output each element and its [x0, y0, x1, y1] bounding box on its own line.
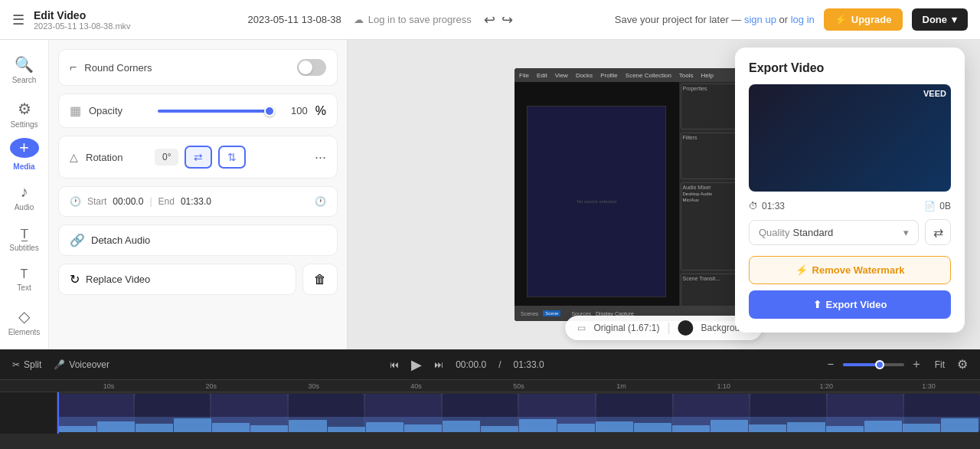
menu-icon[interactable]: ☰ [12, 11, 24, 28]
main-content: 🔍 Search ⚙ Settings + Media ♪ Audio T̲ S… [0, 40, 980, 349]
ruler-mark-10s: 10s [57, 382, 160, 390]
wbar-17 [672, 425, 710, 432]
done-label: Done [923, 14, 948, 25]
preview-area: File Edit View Docks Profile Scene Colle… [348, 40, 980, 349]
ruler-mark-120: 1:20 [775, 382, 877, 390]
veed-watermark: VEED [923, 89, 946, 98]
elements-icon: ◇ [18, 307, 30, 326]
rotation-flip-h-button[interactable]: ⇄ [185, 146, 212, 169]
toggle-knob [299, 61, 312, 74]
round-corners-icon: ⌐ [70, 61, 77, 74]
properties-panel: ⌐ Round Corners ▦ Opacity 100% [49, 40, 348, 349]
sidebar-item-audio[interactable]: ♪ Audio [3, 177, 46, 218]
quality-select[interactable]: Quality Standard ▾ [749, 220, 919, 245]
sidebar-item-elements[interactable]: ◇ Elements [3, 301, 46, 342]
start-label: Start [87, 196, 106, 207]
quality-settings-button[interactable]: ⇄ [925, 219, 951, 245]
zoom-slider[interactable] [843, 363, 904, 366]
timeline-area: ✂ Split 🎤 Voiceover ⏮ ▶ ⏭ 00:00.0 / 01:3… [0, 349, 980, 449]
opacity-slider[interactable] [158, 110, 270, 113]
obs-menu-file: File [519, 72, 529, 79]
zoom-out-button[interactable]: － [825, 356, 837, 372]
video-clip[interactable] [57, 394, 980, 432]
split-button[interactable]: ✂ Split [12, 359, 41, 370]
round-corners-label: Round Corners [84, 62, 152, 74]
ruler-mark-110: 1:10 [672, 382, 775, 390]
sidebar-item-search[interactable]: 🔍 Search [3, 49, 46, 90]
opacity-grid-icon: ▦ [70, 103, 81, 118]
export-title: Export Video [749, 61, 951, 75]
sidebar-item-settings[interactable]: ⚙ Settings [3, 93, 46, 135]
fit-button[interactable]: Fit [935, 359, 945, 370]
end-value[interactable]: 01:33.0 [181, 196, 211, 207]
replace-video-group: ↻ Replace Video 🗑 [58, 264, 338, 295]
detach-audio-row[interactable]: 🔗 Detach Audio [58, 224, 338, 256]
sidebar-label-audio: Audio [15, 203, 34, 211]
export-video-label: Export Video [826, 299, 887, 310]
sidebar-label-settings: Settings [10, 120, 38, 129]
sign-up-link[interactable]: sign up [744, 14, 776, 25]
obs-menu-help: Help [701, 72, 714, 79]
ruler-mark-50s: 50s [468, 382, 570, 390]
remove-watermark-icon: ⚡ [795, 264, 808, 276]
topbar-right: Save your project for later — sign up or… [615, 8, 968, 31]
sidebar-item-subtitles[interactable]: T̲ Subtitles [3, 221, 46, 258]
redo-icon[interactable]: ↪ [501, 11, 513, 28]
obs-menu-profile: Profile [600, 72, 618, 79]
plus-icon: + [19, 138, 29, 158]
upgrade-button[interactable]: ⚡ Upgrade [824, 8, 903, 31]
round-corners-toggle[interactable] [297, 59, 326, 76]
more-options-button[interactable]: ··· [315, 149, 326, 166]
play-button[interactable]: ▶ [411, 356, 422, 373]
wbar-3 [136, 424, 173, 432]
wbar-8 [328, 427, 365, 432]
remove-watermark-label: Remove Watermark [812, 264, 905, 276]
rotation-icon: △ [70, 151, 78, 163]
delete-icon: 🗑 [314, 273, 326, 287]
obs-menu-view: View [555, 72, 568, 79]
rotation-label: Rotation [86, 152, 147, 163]
rotation-flip-v-button[interactable]: ⇅ [218, 146, 246, 169]
rewind-button[interactable]: ⏮ [390, 359, 399, 370]
track-label [0, 392, 57, 434]
sidebar-label-elements: Elements [8, 328, 41, 336]
log-in-link[interactable]: log in [791, 14, 815, 25]
wbar-4 [174, 418, 211, 432]
rotation-value: 0° [155, 149, 178, 166]
done-button[interactable]: Done ▾ [912, 8, 969, 31]
obs-menu-docks: Docks [576, 72, 593, 79]
fast-forward-button[interactable]: ⏭ [434, 359, 443, 370]
cloud-save[interactable]: ☁ Log in to save progress [354, 14, 472, 25]
delete-video-button[interactable]: 🗑 [302, 264, 338, 295]
sidebar-label-search: Search [12, 76, 37, 84]
aspect-ratio-button[interactable]: Original (1.67:1) [593, 323, 659, 333]
rotation-controls: 0° ⇄ ⇅ [155, 146, 307, 169]
timing-section: 🕐 Start 00:00.0 | End 01:33.0 🕐 [58, 186, 338, 217]
wbar-22 [864, 421, 902, 432]
end-clock-icon: 🕐 [315, 196, 326, 207]
export-video-button[interactable]: ⬆ Export Video [749, 290, 951, 319]
start-value[interactable]: 00:00.0 [113, 196, 143, 207]
replace-video-row[interactable]: ↻ Replace Video [58, 264, 296, 295]
voiceover-button[interactable]: 🎤 Voiceover [54, 359, 109, 370]
quality-chevron-icon: ▾ [903, 227, 909, 238]
zoom-in-button[interactable]: ＋ [910, 356, 923, 372]
sidebar-item-media[interactable]: + [10, 138, 39, 158]
audio-icon: ♪ [21, 183, 28, 201]
export-upload-icon: ⬆ [813, 299, 822, 310]
sidebar-item-text[interactable]: T Text [3, 261, 46, 298]
obs-scenes: Scenes [521, 311, 538, 316]
timestamp-label: 2023-05-11 13-08-38 [248, 14, 341, 25]
preview-bottom-bar: ▭ Original (1.67:1) | Background [565, 316, 762, 340]
timeline-settings-button[interactable]: ⚙ [957, 357, 968, 372]
obs-menu-tools: Tools [679, 72, 694, 79]
wbar-13 [519, 419, 557, 432]
remove-watermark-button[interactable]: ⚡ Remove Watermark [749, 256, 951, 284]
timeline-toolbar: ✂ Split 🎤 Voiceover ⏮ ▶ ⏭ 00:00.0 / 01:3… [0, 349, 980, 380]
obs-scene-item: Scene [543, 310, 560, 316]
undo-redo-group: ↩ ↪ [484, 11, 513, 28]
upgrade-icon: ⚡ [835, 14, 847, 25]
upgrade-label: Upgrade [851, 14, 892, 25]
undo-icon[interactable]: ↩ [484, 11, 495, 28]
track-content[interactable] [57, 392, 980, 434]
